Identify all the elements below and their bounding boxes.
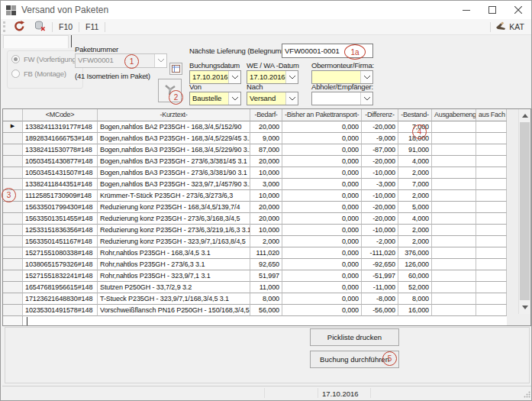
row-selector[interactable]: [3, 202, 23, 213]
grid-cell[interactable]: 15633501351455#148: [23, 213, 98, 225]
row-selector[interactable]: [3, 305, 23, 316]
row-selector[interactable]: [3, 236, 23, 247]
grid-cell[interactable]: Stutzen P250GH - 33,7/2,9 3.2: [98, 282, 250, 293]
chevron-down-icon[interactable]: [228, 71, 240, 83]
table-row[interactable]: 17123621648830#148T-Stueck P235GH - 323,…: [3, 293, 530, 305]
grid-cell[interactable]: 16547681956615#148: [23, 282, 98, 293]
table-row[interactable]: 15271551080338#148Rohr,nahtlos P235GH - …: [3, 247, 530, 259]
grid-cell[interactable]: 10235301491578#148: [23, 305, 98, 316]
grid-cell[interactable]: [476, 202, 507, 213]
grid-cell[interactable]: 0,000: [282, 167, 362, 179]
grid-cell[interactable]: -3,000: [362, 179, 398, 190]
grid-cell[interactable]: [432, 236, 476, 247]
nach-combo[interactable]: Versand: [247, 92, 298, 105]
refresh-button[interactable]: [9, 20, 30, 34]
isometrie-list-button[interactable]: [169, 63, 182, 75]
grid-cell[interactable]: -51,997: [362, 270, 398, 282]
table-row[interactable]: 15633501351455#148Reduzierung konz P235G…: [3, 213, 530, 225]
grid-cell[interactable]: T-Stueck P235GH - 323,9/7,1/168,3/4,5 3.…: [98, 293, 250, 305]
grid-cell[interactable]: Krümmer-T-Stück P235GH - 273/6,3/273/6,3: [98, 190, 250, 202]
grid-cell[interactable]: 0,000: [282, 144, 362, 156]
grid-cell[interactable]: 18928341666753#148: [23, 133, 98, 144]
chevron-down-icon[interactable]: [360, 92, 372, 105]
grid-cell[interactable]: [476, 305, 507, 316]
grid-cell[interactable]: Reduzierung konz P235GH - 323,9/7,1/163,…: [98, 236, 250, 247]
chevron-down-icon[interactable]: [360, 71, 372, 83]
grid-cell[interactable]: [476, 259, 507, 270]
grid-cell[interactable]: Reduzierung konz P235GH - 273/6,3/219,1/…: [98, 225, 250, 236]
grid-cell[interactable]: [432, 133, 476, 144]
grid-cell[interactable]: 0,000: [282, 213, 362, 225]
grid-cell[interactable]: 20,000: [250, 121, 282, 133]
delete-package-button[interactable]: [30, 20, 50, 34]
grid-cell[interactable]: [432, 144, 476, 156]
grid-cell[interactable]: 2,000: [398, 225, 432, 236]
grid-cell[interactable]: -10,000: [362, 190, 398, 202]
grid-cell[interactable]: 87,000: [250, 144, 282, 156]
table-row[interactable]: 10503451430877#148Bogen,nahtlos BA3 P235…: [3, 156, 530, 167]
maximize-button[interactable]: [479, 1, 505, 19]
grid-cell[interactable]: 15633501451167#148: [23, 236, 98, 247]
row-selector[interactable]: [3, 213, 23, 225]
grid-cell[interactable]: [476, 179, 507, 190]
grid-cell[interactable]: 51,997: [250, 270, 282, 282]
row-selector[interactable]: [3, 270, 23, 282]
grid-cell[interactable]: Rohr,nahtlos P235GH - 273/6,3 3.1: [98, 259, 250, 270]
grid-cell[interactable]: 0,000: [282, 156, 362, 167]
scroll-up-button[interactable]: [519, 109, 530, 121]
grid-cell[interactable]: Bogen,nahtlos BA3 P235GH - 168,3/4,5/229…: [98, 133, 250, 144]
grid-cell[interactable]: Rohr,nahtlos P235GH - 168,3/4,5 3.1: [98, 247, 250, 259]
chevron-down-icon[interactable]: [228, 92, 240, 105]
grid-cell[interactable]: 2,000: [398, 236, 432, 247]
grid-cell[interactable]: Rohr,nahtlos P235GH - 323,9/7,1 3.1: [98, 270, 250, 282]
grid-cell[interactable]: -56,000: [362, 305, 398, 316]
pickliste-drucken-button[interactable]: Pickliste drucken: [310, 328, 399, 346]
grid-cell[interactable]: Reduzierung konz P235GH - 168,3/4,5/139,…: [98, 202, 250, 213]
grid-cell[interactable]: 11125851730909#148: [23, 190, 98, 202]
grid-cell[interactable]: 15271551832241#148: [23, 270, 98, 282]
grid-cell[interactable]: [432, 305, 476, 316]
grid-cell[interactable]: 16,000: [398, 305, 432, 316]
grid-cell[interactable]: -20,000: [362, 213, 398, 225]
grid-cell[interactable]: 0,000: [282, 305, 362, 316]
grid-cell[interactable]: 4,000: [398, 156, 432, 167]
row-selector[interactable]: [3, 293, 23, 305]
row-selector[interactable]: [3, 259, 23, 270]
table-row[interactable]: 15271551832241#148Rohr,nahtlos P235GH - …: [3, 270, 530, 282]
resize-grip[interactable]: [524, 391, 530, 399]
grid-cell[interactable]: 0,000: [282, 133, 362, 144]
row-selector[interactable]: [3, 247, 23, 259]
grid-cell[interactable]: 0,000: [282, 190, 362, 202]
grid-cell[interactable]: [476, 144, 507, 156]
grid-cell[interactable]: -8,000: [362, 293, 398, 305]
grid-cell[interactable]: 4,000: [398, 213, 432, 225]
grid-cell[interactable]: [432, 225, 476, 236]
minimize-button[interactable]: [453, 1, 479, 19]
row-selector[interactable]: [3, 133, 23, 144]
grid-cell[interactable]: -111,020: [362, 247, 398, 259]
grid-cell[interactable]: 10,000: [250, 190, 282, 202]
radio-fb-montage[interactable]: FB (Montage): [11, 70, 66, 78]
row-selector[interactable]: [3, 282, 23, 293]
table-row[interactable]: 10235301491578#148Vorschweißflansch PN16…: [3, 305, 530, 316]
grid-cell[interactable]: [476, 225, 507, 236]
table-row[interactable]: ▶13382411319177#148Bogen,nahtlos BA2 P23…: [3, 121, 530, 133]
table-row[interactable]: 18928341666753#148Bogen,nahtlos BA3 P235…: [3, 133, 530, 144]
grid-cell[interactable]: [476, 156, 507, 167]
grid-cell[interactable]: 12533151836356#148: [23, 225, 98, 236]
grid-cell[interactable]: -11,000: [362, 282, 398, 293]
grid-cell[interactable]: Vorschweißflansch PN16 P250GH - 150/168,…: [98, 305, 250, 316]
column-header[interactable]: <MCode>: [23, 109, 98, 121]
grid-cell[interactable]: 0,000: [282, 121, 362, 133]
grid-cell[interactable]: 0,000: [282, 179, 362, 190]
scroll-down-button[interactable]: [519, 301, 530, 313]
grid-cell[interactable]: [476, 247, 507, 259]
grid-cell[interactable]: 10380651579326#148: [23, 259, 98, 270]
grid-cell[interactable]: 91,000: [398, 144, 432, 156]
grid-cell[interactable]: 8,000: [398, 293, 432, 305]
grid-cell[interactable]: 10503451430877#148: [23, 156, 98, 167]
grid-cell[interactable]: [476, 190, 507, 202]
column-header[interactable]: -Bedarf-: [250, 109, 282, 121]
column-header[interactable]: -Kurztext-: [98, 109, 250, 121]
grid-cell[interactable]: 56,000: [250, 305, 282, 316]
